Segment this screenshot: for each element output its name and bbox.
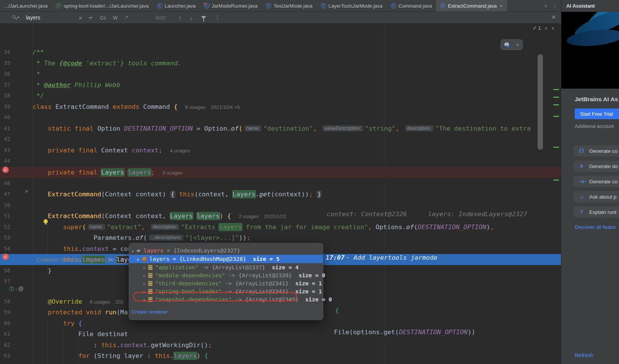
popup-entry-application[interactable]: >"application" -> {ArrayList@2337} size … [129, 263, 323, 272]
line-number: 56 [4, 265, 19, 276]
search-clear-icon[interactable]: × [79, 15, 82, 21]
search-more-icon[interactable]: ⋮ [215, 14, 220, 21]
tab-spring-boot-loader-jarlauncher-java[interactable]: Cspring-boot-loader/.../JarLauncher.java [52, 0, 153, 11]
tab-more-icon[interactable]: ⋮ [553, 3, 557, 8]
braces-icon: {} [578, 148, 585, 154]
line-number: 62 [4, 340, 19, 351]
code-line-61: 61File(options.get(DESTINATION_OPTION)) … [0, 328, 561, 340]
code-text: Parameters.of(...descriptions:"[<layer>.… [32, 232, 250, 243]
ai-action-generate-do[interactable]: ≡Generate do [574, 160, 619, 172]
search-icon[interactable] [12, 15, 17, 20]
tab-launcher-java[interactable]: CLauncher.java [153, 0, 200, 11]
line-number: 40 [4, 112, 19, 123]
jetbrains-ai-logo [561, 12, 619, 89]
create-renderer-link[interactable]: Create renderer [131, 309, 168, 315]
search-match-stripe-mark[interactable] [553, 104, 559, 105]
line-number: 41 [4, 123, 19, 134]
code-text: protected void run(Ma [32, 307, 128, 318]
line-number: 37 [4, 79, 19, 91]
inspections-widget[interactable]: ✓ 1 ∧ ∨ [533, 25, 554, 31]
editor-scrollbar[interactable] [538, 54, 543, 150]
search-bar: layers × ↵ Cc W .* 8/10 ↑ ↓ ⋮ × [0, 12, 561, 24]
search-match-stripe-mark[interactable] [553, 147, 559, 148]
match-case-toggle[interactable]: Cc [100, 15, 106, 21]
ai-refactor-icon[interactable] [504, 42, 510, 47]
editor-tab-bar: .../JarLauncher.javaCspring-boot-loader/… [0, 0, 561, 12]
start-free-trial-button[interactable]: Start Free Trial [575, 108, 619, 119]
ai-assistant-panel: AI Assistant JetBrains AI As Start Free … [561, 0, 619, 364]
floating-ai-toolbar: × [501, 39, 523, 50]
code-text: static final Option DESTINATION_OPTION =… [32, 123, 531, 134]
code-text: private final Context context;4 usages [32, 145, 190, 156]
intention-bulb-icon[interactable] [44, 219, 48, 223]
codeium-inline-hint[interactable]: Codeium: Refactor | Explain | Do [37, 257, 114, 263]
line-number: 63 [4, 350, 19, 361]
breakpoint-icon[interactable]: ✓ [2, 167, 9, 173]
search-close-icon[interactable]: × [549, 13, 558, 21]
tab-jarmoderunner-java[interactable]: CJarModeRunner.java [200, 0, 262, 11]
filter-icon[interactable] [201, 16, 206, 19]
prev-match-icon[interactable]: ↑ [178, 15, 181, 21]
search-input[interactable]: layers [26, 15, 76, 21]
tab-extractcommand-java[interactable]: CExtractCommand.java× [436, 0, 507, 11]
code-line-44: 44 [0, 155, 561, 167]
annotation-gutter-icon: @ [18, 286, 24, 292]
code-text: for (String layer : this.layers) { [32, 350, 208, 361]
words-toggle[interactable]: W [113, 15, 118, 21]
breakpoint-icon[interactable]: ✓ [2, 254, 9, 260]
ai-action-ask-about-p[interactable]: ❑Ask about p [574, 191, 619, 202]
search-match-stripe-mark[interactable] [553, 97, 559, 98]
overrides-arrow-icon[interactable]: ↑ [15, 286, 18, 292]
popup-root-variable[interactable]: ∨∞ layers = {IndexedLayers@2327} [129, 246, 323, 255]
ai-action-generate-co[interactable]: -o-Generate co [574, 176, 619, 187]
regex-toggle[interactable]: .* [125, 15, 128, 21]
line-number: 35 [4, 58, 19, 69]
code-editor[interactable]: 34/**35 * The {@code 'extract'} tools co… [0, 24, 561, 364]
code-text: * [32, 68, 40, 79]
popup-selected-row[interactable]: ∨layers = {LinkedHashMap@2328} size = 5 [129, 255, 323, 263]
popup-entry-third-dependencies[interactable]: >"third-dependencies" -> {ArrayList@2341… [129, 279, 323, 288]
ai-action-generate-co[interactable]: {}Generate co [574, 145, 619, 157]
discover-features-link[interactable]: Discover all featur [575, 224, 616, 230]
code-line-64: 64 if (parameters.isEmpty() || parameter… [0, 361, 561, 364]
next-match-icon[interactable]: ↓ [190, 15, 193, 21]
class-icon: C [56, 3, 61, 8]
refresh-link[interactable]: Refresh [575, 352, 593, 358]
doc-icon: ≡ [578, 163, 585, 169]
map-entry-icon [148, 281, 152, 286]
class-icon: C [204, 3, 209, 8]
inline-hint: )) [468, 328, 475, 336]
line-number: 58 [4, 296, 19, 307]
code-text: class ExtractCommand extends Command {6 … [32, 101, 240, 112]
search-match-stripe-mark[interactable] [553, 180, 559, 181]
code-line-36: 36 * [0, 68, 561, 79]
newline-toggle-icon[interactable]: ↵ [89, 15, 93, 21]
search-match-stripe-mark[interactable] [553, 116, 559, 117]
popup-entry-module-dependencies[interactable]: >"module-dependencies" -> {ArrayList@233… [129, 271, 323, 280]
tab--jarlauncher-java[interactable]: .../JarLauncher.java [0, 0, 52, 11]
inline-hint: { [335, 307, 339, 314]
search-match-stripe-mark[interactable] [553, 89, 559, 90]
code-line-42: 42 [0, 134, 561, 145]
code-line: private final Layers layers;3 usages [0, 167, 561, 178]
next-problem-icon[interactable]: ∨ [551, 26, 554, 30]
tab-label: Launcher.java [165, 3, 196, 9]
fold-arrow-icon[interactable]: > [25, 189, 28, 194]
line-number: 60 [4, 318, 19, 329]
tab-testjarmode-java[interactable]: CTestJarMode.java [262, 0, 317, 11]
class-icon: C [440, 3, 446, 8]
tab-label: ExtractCommand.java [448, 3, 497, 9]
close-icon[interactable]: × [516, 42, 519, 48]
tab-layertoolsjarmode-java[interactable]: CLayerToolsJarMode.java [317, 0, 387, 11]
line-number: 47 [4, 189, 19, 200]
tab-list-chevron-icon[interactable]: ∨ [544, 4, 547, 8]
line-number: 34 [4, 47, 19, 58]
tab-close-icon[interactable]: × [500, 3, 503, 9]
code-text: /** [32, 47, 44, 58]
tab-label: JarModeRunner.java [212, 3, 258, 9]
prev-problem-icon[interactable]: ∧ [545, 26, 548, 30]
class-icon: C [391, 3, 396, 8]
ai-action-explain-runt[interactable]: ?Explain runt [574, 206, 619, 218]
implements-icon[interactable]: I [9, 286, 14, 291]
tab-command-java[interactable]: CCommand.java [387, 0, 436, 11]
